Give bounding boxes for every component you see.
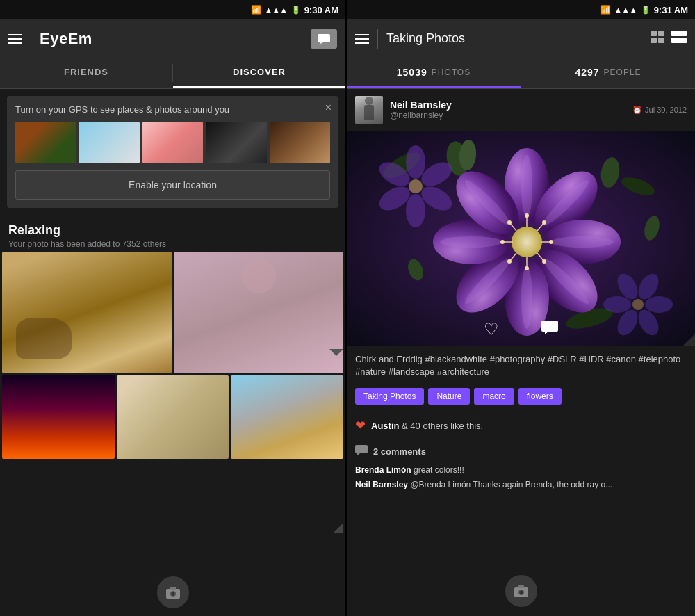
svg-point-29 [521,155,532,218]
tab-people[interactable]: 4297 PEOPLE [521,58,695,88]
signal-icon: ▲▲▲ [265,6,288,14]
header-divider [31,29,31,49]
camera-button[interactable] [155,574,191,610]
enable-location-button[interactable]: Enable your location [15,170,330,200]
svg-rect-0 [318,34,330,42]
svg-rect-11 [671,38,687,43]
right-header: Taking Photos [347,19,695,58]
post-card: Neil Barnsley @neilbarnsley ⏰ Jul 30, 20… [347,89,695,499]
post-user-info: Neil Barnsley @neilbarnsley [390,99,626,120]
gps-photo-4 [206,122,266,163]
svg-point-74 [519,591,523,594]
gps-banner: × Turn on your GPS to see places & photo… [7,96,338,208]
right-page-title: Taking Photos [386,31,642,46]
wifi-icon: 📶 [251,5,261,15]
svg-point-47 [525,266,529,270]
like-text: Austin & 40 others like this. [371,421,483,431]
tag-macro[interactable]: macro [474,388,514,405]
left-panel: 📶 ▲▲▲ 🔋 9:30 AM EyeEm FRIENDS DISCOVER [0,0,345,616]
svg-rect-70 [355,445,368,453]
svg-point-57 [406,194,425,227]
svg-point-31 [551,236,614,248]
post-time: ⏰ Jul 30, 2012 [632,106,687,115]
gps-photo-2 [79,122,139,163]
gps-text: Turn on your GPS to see places & photos … [15,104,330,115]
post-caption: Chirk and Erddig #blackandwhite #photogr… [347,346,695,385]
comments-header: 2 comments [355,445,687,458]
like-heart-icon: ❤ [355,418,366,433]
svg-marker-1 [320,42,323,44]
comment-button[interactable] [541,320,559,339]
gps-close-button[interactable]: × [325,102,332,114]
photo-dog2[interactable] [117,375,229,459]
section-subtitle: Your photo has been added to 7352 others [8,239,337,249]
svg-rect-8 [651,38,657,43]
right-wifi-icon: 📶 [600,5,611,15]
right-camera-area [347,566,695,616]
svg-marker-69 [545,332,548,334]
tag-nature[interactable]: Nature [428,388,470,405]
svg-point-67 [632,299,644,310]
svg-rect-68 [541,321,558,332]
tag-taking-photos[interactable]: Taking Photos [355,388,424,405]
svg-point-49 [507,259,512,264]
list-view-icon[interactable] [671,31,687,47]
left-header: EyeEm [0,19,345,58]
post-header: Neil Barnsley @neilbarnsley ⏰ Jul 30, 20… [347,89,695,131]
svg-point-65 [603,296,631,313]
right-header-divider [377,29,378,49]
gps-photo-3 [142,122,203,163]
tag-flowers[interactable]: flowers [518,388,562,405]
left-content: × Turn on your GPS to see places & photo… [0,89,345,616]
post-username[interactable]: Neil Barnsley [390,99,626,111]
svg-point-43 [549,240,553,244]
section-header: Relaxing Your photo has been added to 73… [0,215,345,252]
post-tags: Taking Photos Nature macro flowers [347,385,695,412]
comment-icon [355,445,368,458]
tab-discover[interactable]: DISCOVER [173,58,345,88]
comments-count: 2 comments [373,446,426,457]
left-tabs: FRIENDS DISCOVER [0,58,345,89]
photo-grass[interactable] [231,375,343,459]
hamburger-menu-icon[interactable] [8,34,22,44]
photo-girl[interactable] [174,252,343,373]
svg-point-37 [512,227,542,257]
gps-photo-5 [270,122,330,163]
photo-sunset[interactable] [2,375,115,459]
svg-point-54 [406,145,425,179]
tab-friends[interactable]: FRIENDS [0,58,172,88]
post-likes: ❤ Austin & 40 others like this. [347,412,695,439]
svg-point-4 [171,592,174,596]
svg-point-45 [542,259,546,264]
grid-view-icon[interactable] [651,31,666,47]
grid-row-1 [2,252,343,373]
like-button[interactable]: ♡ [484,320,499,339]
svg-point-35 [440,236,502,248]
corner-triangle [682,334,695,346]
post-handle[interactable]: @neilbarnsley [390,111,626,120]
svg-point-51 [500,240,505,244]
right-status-bar: 📶 ▲▲▲ 🔋 9:31 AM [347,0,695,19]
right-camera-button[interactable] [503,573,539,609]
comment-2: Neil Barnsley @Brenda Limón Thanks again… [355,478,687,491]
photo-dog[interactable] [2,252,172,373]
app-title: EyeEm [40,30,302,48]
tab-photos[interactable]: 15039 PHOTOS [347,58,521,88]
svg-rect-6 [651,31,657,36]
battery-icon: 🔋 [291,6,301,15]
post-image[interactable]: ♡ [347,131,695,346]
right-signal-icon: ▲▲▲ [614,6,637,14]
right-tabs: 15039 PHOTOS 4297 PEOPLE [347,58,695,89]
right-panel: 📶 ▲▲▲ 🔋 9:31 AM Taking Photos [345,0,695,616]
avatar[interactable] [355,96,383,124]
post-actions: ♡ [484,320,559,339]
chat-icon-button[interactable] [311,29,337,49]
right-time: 9:31 AM [654,5,688,15]
left-status-bar: 📶 ▲▲▲ 🔋 9:30 AM [0,0,345,19]
svg-point-53 [507,220,512,225]
section-title: Relaxing [8,223,337,238]
right-hamburger-icon[interactable] [355,34,369,44]
svg-rect-5 [170,587,176,590]
svg-point-39 [525,213,529,218]
svg-point-62 [645,296,673,313]
